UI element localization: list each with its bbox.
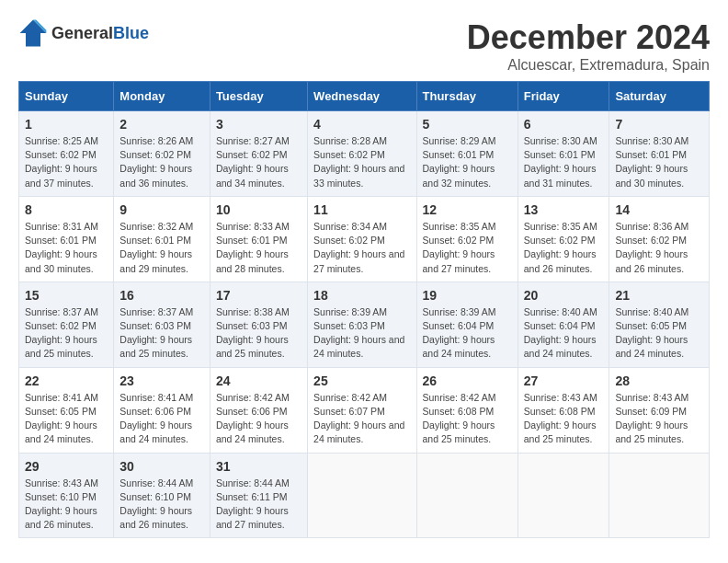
day-number: 24 bbox=[216, 373, 301, 388]
calendar-cell: 5 Sunrise: 8:29 AMSunset: 6:01 PMDayligh… bbox=[416, 111, 518, 197]
calendar-cell: 7 Sunrise: 8:30 AMSunset: 6:01 PMDayligh… bbox=[609, 111, 710, 197]
calendar-week-4: 22 Sunrise: 8:41 AMSunset: 6:05 PMDaylig… bbox=[19, 367, 710, 453]
day-number: 4 bbox=[313, 117, 410, 132]
calendar-cell: 13 Sunrise: 8:35 AMSunset: 6:02 PMDaylig… bbox=[518, 196, 609, 282]
day-number: 6 bbox=[524, 117, 604, 132]
day-detail: Sunrise: 8:26 AMSunset: 6:02 PMDaylight:… bbox=[119, 134, 204, 190]
page-header: GeneralBlue December 2024 Alcuescar, Ext… bbox=[18, 18, 710, 74]
day-detail: Sunrise: 8:31 AMSunset: 6:01 PMDaylight:… bbox=[25, 220, 108, 276]
day-number: 29 bbox=[25, 459, 108, 474]
day-number: 2 bbox=[119, 117, 204, 132]
calendar-week-1: 1 Sunrise: 8:25 AMSunset: 6:02 PMDayligh… bbox=[19, 111, 710, 197]
day-detail: Sunrise: 8:41 AMSunset: 6:05 PMDaylight:… bbox=[25, 391, 108, 447]
calendar-cell: 28 Sunrise: 8:43 AMSunset: 6:09 PMDaylig… bbox=[609, 367, 710, 453]
day-detail: Sunrise: 8:40 AMSunset: 6:05 PMDaylight:… bbox=[615, 305, 703, 362]
day-detail: Sunrise: 8:32 AMSunset: 6:01 PMDaylight:… bbox=[119, 220, 204, 276]
day-detail: Sunrise: 8:42 AMSunset: 6:08 PMDaylight:… bbox=[423, 391, 512, 447]
day-detail: Sunrise: 8:35 AMSunset: 6:02 PMDaylight:… bbox=[423, 220, 512, 276]
calendar-table: SundayMondayTuesdayWednesdayThursdayFrid… bbox=[18, 81, 710, 538]
calendar-cell: 9 Sunrise: 8:32 AMSunset: 6:01 PMDayligh… bbox=[114, 196, 210, 282]
calendar-cell: 30 Sunrise: 8:44 AMSunset: 6:10 PMDaylig… bbox=[114, 453, 210, 538]
day-number: 25 bbox=[313, 373, 410, 388]
day-detail: Sunrise: 8:43 AMSunset: 6:09 PMDaylight:… bbox=[615, 391, 703, 447]
day-detail: Sunrise: 8:43 AMSunset: 6:08 PMDaylight:… bbox=[524, 391, 604, 447]
calendar-cell: 15 Sunrise: 8:37 AMSunset: 6:02 PMDaylig… bbox=[19, 282, 114, 367]
day-number: 16 bbox=[119, 288, 204, 303]
day-number: 28 bbox=[615, 373, 703, 388]
logo-icon bbox=[18, 18, 48, 48]
day-detail: Sunrise: 8:39 AMSunset: 6:04 PMDaylight:… bbox=[423, 305, 512, 362]
calendar-cell: 31 Sunrise: 8:44 AMSunset: 6:11 PMDaylig… bbox=[210, 453, 307, 538]
calendar-cell: 8 Sunrise: 8:31 AMSunset: 6:01 PMDayligh… bbox=[19, 196, 114, 282]
day-number: 21 bbox=[615, 288, 703, 303]
header-day-monday: Monday bbox=[114, 82, 210, 111]
day-number: 11 bbox=[313, 202, 410, 217]
day-number: 1 bbox=[25, 117, 108, 132]
day-number: 26 bbox=[423, 373, 512, 388]
day-detail: Sunrise: 8:43 AMSunset: 6:10 PMDaylight:… bbox=[25, 477, 108, 533]
day-number: 13 bbox=[524, 202, 604, 217]
calendar-cell: 2 Sunrise: 8:26 AMSunset: 6:02 PMDayligh… bbox=[114, 111, 210, 197]
day-detail: Sunrise: 8:40 AMSunset: 6:04 PMDaylight:… bbox=[524, 305, 604, 362]
svg-marker-0 bbox=[20, 20, 47, 47]
calendar-cell: 17 Sunrise: 8:38 AMSunset: 6:03 PMDaylig… bbox=[210, 282, 307, 367]
day-detail: Sunrise: 8:36 AMSunset: 6:02 PMDaylight:… bbox=[615, 220, 703, 276]
day-number: 17 bbox=[216, 288, 301, 303]
logo-blue: Blue bbox=[113, 24, 149, 42]
header-day-tuesday: Tuesday bbox=[210, 82, 307, 111]
title-section: December 2024 Alcuescar, Extremadura, Sp… bbox=[467, 18, 710, 74]
calendar-cell: 1 Sunrise: 8:25 AMSunset: 6:02 PMDayligh… bbox=[19, 111, 114, 197]
day-number: 10 bbox=[216, 202, 301, 217]
day-number: 12 bbox=[423, 202, 512, 217]
calendar-cell: 24 Sunrise: 8:42 AMSunset: 6:06 PMDaylig… bbox=[210, 367, 307, 453]
day-detail: Sunrise: 8:44 AMSunset: 6:11 PMDaylight:… bbox=[216, 477, 301, 533]
header-day-sunday: Sunday bbox=[19, 82, 114, 111]
day-detail: Sunrise: 8:28 AMSunset: 6:02 PMDaylight:… bbox=[313, 134, 410, 190]
calendar-cell: 6 Sunrise: 8:30 AMSunset: 6:01 PMDayligh… bbox=[518, 111, 609, 197]
day-detail: Sunrise: 8:30 AMSunset: 6:01 PMDaylight:… bbox=[524, 134, 604, 190]
day-number: 18 bbox=[313, 288, 410, 303]
calendar-cell: 10 Sunrise: 8:33 AMSunset: 6:01 PMDaylig… bbox=[210, 196, 307, 282]
calendar-cell bbox=[308, 453, 416, 538]
calendar-week-3: 15 Sunrise: 8:37 AMSunset: 6:02 PMDaylig… bbox=[19, 282, 710, 367]
month-title: December 2024 bbox=[467, 18, 710, 57]
day-number: 8 bbox=[25, 202, 108, 217]
calendar-cell: 26 Sunrise: 8:42 AMSunset: 6:08 PMDaylig… bbox=[416, 367, 518, 453]
day-number: 22 bbox=[25, 373, 108, 388]
day-number: 27 bbox=[524, 373, 604, 388]
day-number: 9 bbox=[119, 202, 204, 217]
calendar-week-2: 8 Sunrise: 8:31 AMSunset: 6:01 PMDayligh… bbox=[19, 196, 710, 282]
day-detail: Sunrise: 8:30 AMSunset: 6:01 PMDaylight:… bbox=[615, 134, 703, 190]
calendar-cell: 27 Sunrise: 8:43 AMSunset: 6:08 PMDaylig… bbox=[518, 367, 609, 453]
header-day-wednesday: Wednesday bbox=[308, 82, 416, 111]
day-detail: Sunrise: 8:44 AMSunset: 6:10 PMDaylight:… bbox=[119, 477, 204, 533]
calendar-cell bbox=[609, 453, 710, 538]
calendar-cell: 29 Sunrise: 8:43 AMSunset: 6:10 PMDaylig… bbox=[19, 453, 114, 538]
calendar-cell bbox=[416, 453, 518, 538]
calendar-cell: 20 Sunrise: 8:40 AMSunset: 6:04 PMDaylig… bbox=[518, 282, 609, 367]
calendar-cell: 16 Sunrise: 8:37 AMSunset: 6:03 PMDaylig… bbox=[114, 282, 210, 367]
location-subtitle: Alcuescar, Extremadura, Spain bbox=[467, 57, 710, 74]
calendar-cell: 25 Sunrise: 8:42 AMSunset: 6:07 PMDaylig… bbox=[308, 367, 416, 453]
logo-general: General bbox=[51, 24, 113, 42]
header-day-saturday: Saturday bbox=[609, 82, 710, 111]
day-number: 14 bbox=[615, 202, 703, 217]
calendar-cell: 19 Sunrise: 8:39 AMSunset: 6:04 PMDaylig… bbox=[416, 282, 518, 367]
day-detail: Sunrise: 8:34 AMSunset: 6:02 PMDaylight:… bbox=[313, 220, 410, 276]
day-number: 15 bbox=[25, 288, 108, 303]
calendar-cell: 12 Sunrise: 8:35 AMSunset: 6:02 PMDaylig… bbox=[416, 196, 518, 282]
day-number: 7 bbox=[615, 117, 703, 132]
day-detail: Sunrise: 8:29 AMSunset: 6:01 PMDaylight:… bbox=[423, 134, 512, 190]
day-detail: Sunrise: 8:38 AMSunset: 6:03 PMDaylight:… bbox=[216, 305, 301, 362]
calendar-cell: 23 Sunrise: 8:41 AMSunset: 6:06 PMDaylig… bbox=[114, 367, 210, 453]
day-detail: Sunrise: 8:37 AMSunset: 6:03 PMDaylight:… bbox=[119, 305, 204, 362]
day-detail: Sunrise: 8:39 AMSunset: 6:03 PMDaylight:… bbox=[313, 305, 410, 362]
calendar-cell bbox=[518, 453, 609, 538]
calendar-cell: 4 Sunrise: 8:28 AMSunset: 6:02 PMDayligh… bbox=[308, 111, 416, 197]
calendar-cell: 18 Sunrise: 8:39 AMSunset: 6:03 PMDaylig… bbox=[308, 282, 416, 367]
day-number: 20 bbox=[524, 288, 604, 303]
calendar-cell: 22 Sunrise: 8:41 AMSunset: 6:05 PMDaylig… bbox=[19, 367, 114, 453]
day-detail: Sunrise: 8:42 AMSunset: 6:07 PMDaylight:… bbox=[313, 391, 410, 447]
day-number: 5 bbox=[423, 117, 512, 132]
header-day-thursday: Thursday bbox=[416, 82, 518, 111]
